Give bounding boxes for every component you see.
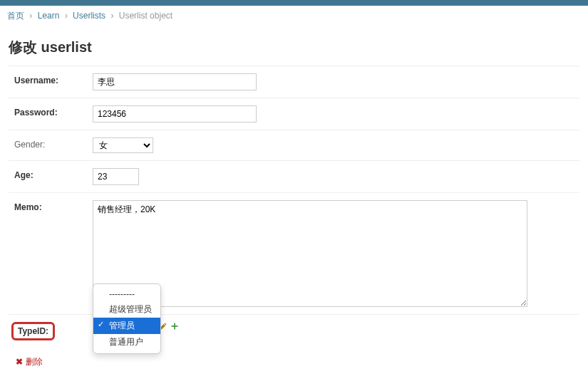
password-label: Password:	[14, 105, 93, 118]
top-bar	[0, 0, 588, 6]
delete-label: 删除	[26, 357, 43, 367]
typeid-option-blank[interactable]: ---------	[93, 287, 160, 301]
plus-icon[interactable]	[170, 322, 179, 330]
age-input[interactable]	[93, 168, 139, 185]
breadcrumb-sep: ›	[65, 11, 68, 21]
typeid-option-superadmin[interactable]: 超级管理员	[93, 301, 160, 318]
breadcrumb-app[interactable]: Learn	[38, 11, 60, 21]
typeid-option-user[interactable]: 普通用户	[93, 334, 160, 350]
age-label: Age:	[14, 168, 93, 180]
memo-label: Memo:	[14, 200, 93, 212]
breadcrumb: 首页 › Learn › Userlists › Userlist object	[0, 6, 588, 26]
password-input[interactable]	[93, 105, 257, 122]
username-input[interactable]	[93, 73, 257, 90]
delete-x-icon: ✖	[16, 357, 23, 367]
breadcrumb-current: Userlist object	[119, 11, 172, 21]
breadcrumb-home[interactable]: 首页	[7, 11, 24, 21]
breadcrumb-model[interactable]: Userlists	[73, 11, 105, 21]
breadcrumb-sep: ›	[110, 11, 113, 21]
typeid-dropdown[interactable]: --------- 超级管理员 管理员 普通用户	[93, 283, 161, 354]
typeid-option-admin[interactable]: 管理员	[93, 318, 160, 334]
breadcrumb-sep: ›	[29, 11, 32, 21]
gender-select[interactable]: 女	[93, 137, 153, 153]
delete-button[interactable]: ✖删除	[16, 357, 43, 367]
page-title: 修改 userlist	[9, 38, 579, 57]
username-label: Username:	[14, 73, 93, 85]
typeid-label: TypeID:	[11, 322, 55, 340]
gender-label: Gender:	[14, 137, 93, 150]
